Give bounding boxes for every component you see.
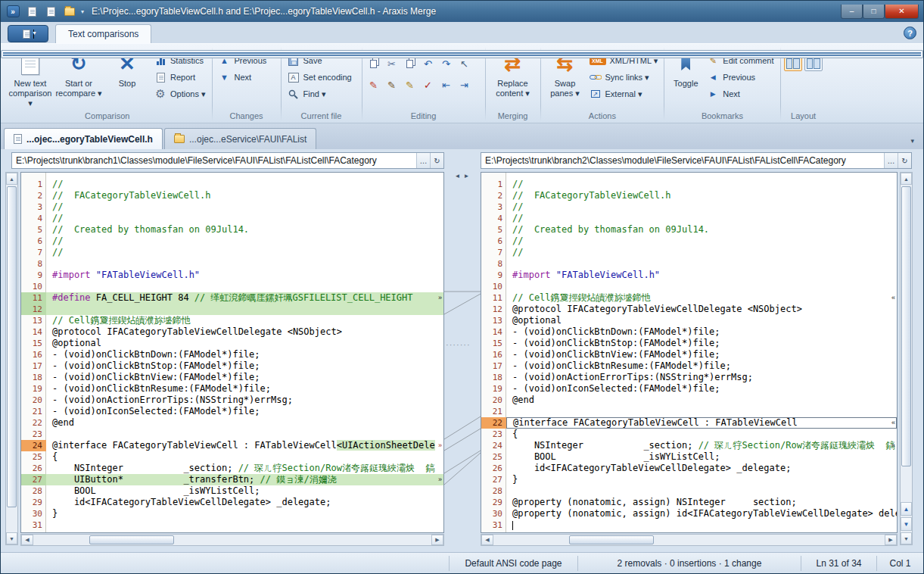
tab-list-dropdown-icon[interactable]: ▾ xyxy=(910,137,920,149)
code-line[interactable]: 29 id<IFACategoryTableViewCellDelegate> … xyxy=(21,497,443,508)
code-line[interactable]: 19- (void)onIconSelected:(FAModel*)file; xyxy=(481,383,897,395)
close-button[interactable]: ✕ xyxy=(885,5,919,19)
options-button[interactable]: ⚙ Options ▾ xyxy=(151,86,209,101)
code-line[interactable]: 26 NSInteger _section; // 琛ㄦ牸Section/Row… xyxy=(21,463,443,474)
set-encoding-button[interactable]: A Set encoding xyxy=(285,70,355,85)
code-line[interactable]: 21- (void)onIconSelected:(FAModel*)file; xyxy=(21,406,443,417)
code-line[interactable]: 28 BOOL _isWYListCell; xyxy=(21,485,443,497)
code-line[interactable]: 16- (void)onClickBtnView:(FAModel*)file; xyxy=(481,349,897,360)
code-line[interactable]: 1// xyxy=(21,179,443,190)
code-line[interactable]: 27 UIButton* _transferBtn; // 鏌ョ湅/涓嬭浇» xyxy=(21,474,443,485)
right-horizontal-scrollbar[interactable]: ◀ ▶ xyxy=(481,534,898,546)
right-reload-icon[interactable]: ↻ xyxy=(898,153,911,168)
scroll-right-icon[interactable]: ▶ xyxy=(885,535,897,545)
code-line[interactable]: 20- (void)onActionErrorTips:(NSString*)e… xyxy=(21,395,443,406)
scroll-left-icon[interactable]: ◀ xyxy=(21,535,33,545)
code-line[interactable]: 9#import "FATableViewCell.h" xyxy=(21,270,443,281)
application-menu-icon[interactable]: » xyxy=(5,5,20,18)
code-line[interactable]: 8 xyxy=(481,258,897,270)
code-line[interactable]: 18- (void)onActionErrorTips:(NSString*)e… xyxy=(481,372,897,383)
code-line[interactable]: 15@optional xyxy=(21,338,443,349)
left-vscroll-thumb[interactable] xyxy=(7,186,17,507)
code-line[interactable]: 30} xyxy=(21,508,443,519)
doc-tab-folder-comparison[interactable]: ...ojec...eService\FAUI\FAList xyxy=(164,128,316,149)
right-path-field[interactable]: E:\Projects\trunk\branch2\Classes\module… xyxy=(481,152,912,169)
code-line[interactable]: 15- (void)onClickBtnStop:(FAModel*)file; xyxy=(481,338,897,349)
code-line[interactable]: 28 xyxy=(481,485,897,497)
goto-previous-change-icon[interactable]: ▲ xyxy=(901,502,912,516)
code-line[interactable]: 1// xyxy=(481,179,897,190)
code-line[interactable]: 18- (void)onClickBtnView:(FAModel*)file; xyxy=(21,372,443,383)
scroll-up-icon[interactable]: ▲ xyxy=(6,173,17,185)
save-quick-icon[interactable] xyxy=(43,5,58,18)
code-line[interactable]: 7// xyxy=(481,247,897,258)
scroll-up-icon[interactable]: ▲ xyxy=(901,173,912,185)
right-vscroll-thumb[interactable] xyxy=(901,186,911,466)
edit-pencil-icon[interactable]: ✎ xyxy=(384,77,400,92)
left-path-text[interactable]: E:\Projects\trunk\branch1\Classes\module… xyxy=(12,155,416,166)
code-line[interactable]: 27} xyxy=(481,474,897,485)
code-line[interactable]: 11// Cell鎸夐挳鍥炶皟濮旀墭鍗忚« xyxy=(481,292,897,304)
tab-text-comparisons[interactable]: Text comparisons xyxy=(55,24,151,43)
code-line[interactable]: 25 BOOL _isWYListCell; xyxy=(481,451,897,463)
code-line[interactable]: 17- (void)onClickBtnStop:(FAModel*)file; xyxy=(21,360,443,372)
edit-highlight-icon[interactable]: ✎ xyxy=(402,77,418,92)
code-line[interactable]: 10 xyxy=(21,281,443,292)
maximize-button[interactable]: □ xyxy=(863,5,885,19)
goto-next-change-icon[interactable]: ▼ xyxy=(901,517,912,531)
left-code-pane[interactable]: 1//2// FACategoryTableViewCell.h3//4//5/… xyxy=(20,172,444,533)
paste-icon[interactable] xyxy=(402,56,418,71)
sync-links-button[interactable]: Sync links ▾ xyxy=(586,70,661,85)
undo-icon[interactable]: ↶ xyxy=(420,56,437,71)
right-hscroll-thumb[interactable] xyxy=(569,535,654,544)
scroll-down-icon[interactable]: ▼ xyxy=(901,532,912,544)
left-hscroll-thumb[interactable] xyxy=(89,535,174,544)
code-line[interactable]: 12@protocol IFACategoryTableViewCellDele… xyxy=(481,304,897,315)
layout-grid-button[interactable] xyxy=(1,50,923,58)
code-line[interactable]: 22@interface FACategoryTableViewCell : F… xyxy=(481,417,897,429)
code-line[interactable]: 23{ xyxy=(481,429,897,440)
code-line[interactable]: 13// Cell鎸夐挳鍥炶皟濮旀墭鍗忚 xyxy=(21,315,443,326)
code-line[interactable]: 3// xyxy=(21,201,443,213)
code-line[interactable]: 11#define FA_CELL_HEIGHT 84 // 缂虹渷鍗曞厓鏍奸珮… xyxy=(21,292,443,304)
code-line[interactable]: 22@end xyxy=(21,417,443,429)
code-line[interactable]: 30@property (nonatomic, assign) id<IFACa… xyxy=(481,508,897,519)
cut-icon[interactable]: ✂ xyxy=(384,56,400,71)
scroll-right-icon[interactable]: ▶ xyxy=(431,535,443,545)
open-folder-quick-icon[interactable] xyxy=(62,5,77,18)
code-line[interactable]: 20@end xyxy=(481,395,897,406)
indent-icon[interactable]: ⇥ xyxy=(456,77,473,92)
code-line[interactable]: 21 xyxy=(481,406,897,417)
left-path-field[interactable]: E:\Projects\trunk\branch1\Classes\module… xyxy=(11,152,444,169)
code-line[interactable]: 6// xyxy=(21,236,443,247)
select-pointer-icon[interactable]: ↖ xyxy=(456,56,473,71)
code-line[interactable]: 14- (void)onClickBtnDown:(FAModel*)file; xyxy=(481,326,897,338)
report-button[interactable]: Report xyxy=(151,70,209,85)
qat-dropdown-icon[interactable]: ▾ xyxy=(81,8,84,15)
layout-two-pane-button[interactable] xyxy=(784,56,802,71)
scroll-left-icon[interactable]: ◀ xyxy=(481,535,493,545)
code-line[interactable]: 9#import "FATableViewCell.h" xyxy=(481,270,897,281)
left-vertical-scrollbar[interactable]: ▲ ▼ xyxy=(5,172,18,545)
right-code-pane[interactable]: 1//2// FACategoryTableViewCell.h3//4//5/… xyxy=(481,172,898,533)
code-line[interactable]: 26 id<IFACategoryTableViewCellDelegate> … xyxy=(481,463,897,474)
code-line[interactable]: 31 xyxy=(481,519,897,531)
code-line[interactable]: 10 xyxy=(481,281,897,292)
code-line[interactable]: 24 NSInteger _section; // 琛ㄦ牸Section/Row… xyxy=(481,440,897,451)
left-horizontal-scrollbar[interactable]: ◀ ▶ xyxy=(20,534,444,546)
app-menu-button[interactable]: ▾ xyxy=(8,25,48,42)
code-line[interactable]: 8 xyxy=(21,258,443,270)
code-line[interactable]: 23 xyxy=(21,429,443,440)
code-line[interactable]: 5// Created by thomasfan on 09Jul14. xyxy=(481,224,897,236)
next-bookmark-button[interactable]: ▶ Next xyxy=(704,86,776,101)
edit-insert-icon[interactable]: ✎ xyxy=(366,77,382,92)
code-line[interactable]: 4// xyxy=(21,213,443,224)
code-line[interactable]: 12 xyxy=(21,304,443,315)
previous-bookmark-button[interactable]: ◀ Previous xyxy=(704,70,776,85)
code-line[interactable]: 2// FACategoryTableViewCell.h xyxy=(21,190,443,201)
help-button[interactable]: ? xyxy=(904,27,916,39)
code-line[interactable]: 25{ xyxy=(21,451,443,463)
code-line[interactable]: 17- (void)onClickBtnResume:(FAModel*)fil… xyxy=(481,360,897,372)
next-change-button[interactable]: ▼ Next xyxy=(216,70,270,85)
code-line[interactable]: 3// xyxy=(481,201,897,213)
